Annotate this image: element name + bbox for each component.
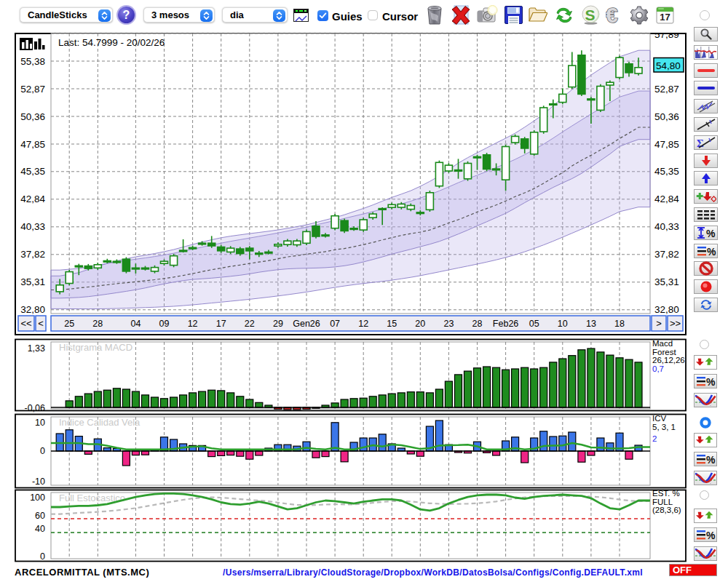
svg-text:%: %	[707, 246, 716, 258]
svg-text:FULL: FULL	[652, 498, 673, 506]
svg-text:12: 12	[358, 319, 368, 329]
svg-text:37,82: 37,82	[20, 249, 45, 260]
svg-text:55,38: 55,38	[20, 56, 45, 67]
svg-text:<<: <<	[20, 318, 31, 329]
svg-text:EST. %: EST. %	[652, 489, 680, 498]
svg-text:€: €	[606, 4, 618, 26]
svg-text:40,33: 40,33	[20, 221, 45, 232]
svg-text:28: 28	[472, 319, 483, 329]
svg-text:42,84: 42,84	[20, 194, 45, 204]
svg-text:12: 12	[188, 319, 198, 329]
svg-text:07: 07	[330, 319, 340, 329]
svg-text:05: 05	[529, 319, 539, 329]
svg-text:52,87: 52,87	[654, 84, 679, 95]
svg-text:37,82: 37,82	[654, 249, 679, 260]
svg-text:20: 20	[415, 319, 425, 329]
svg-text:35,31: 35,31	[20, 276, 45, 287]
svg-text:5, 3, 1: 5, 3, 1	[652, 423, 676, 431]
svg-text:09: 09	[159, 319, 170, 329]
svg-text:Indice Calidad Vela: Indice Calidad Vela	[59, 417, 141, 428]
svg-text:15: 15	[387, 319, 397, 329]
svg-text:>: >	[656, 318, 662, 329]
svg-text:13: 13	[586, 319, 596, 329]
svg-text:%: %	[706, 376, 716, 388]
svg-text:%: %	[706, 530, 716, 541]
svg-text:35,31: 35,31	[654, 276, 679, 287]
svg-text:Macd: Macd	[652, 339, 673, 348]
svg-text:100: 100	[30, 493, 45, 503]
svg-text:23: 23	[443, 319, 454, 329]
svg-text:0,7: 0,7	[652, 364, 664, 373]
svg-text:25: 25	[64, 319, 74, 329]
svg-text:%: %	[706, 228, 716, 239]
svg-text:10: 10	[558, 319, 568, 329]
svg-text:-10: -10	[32, 477, 45, 487]
svg-text:17: 17	[216, 319, 226, 329]
svg-text:47,85: 47,85	[654, 139, 679, 150]
svg-text:47,85: 47,85	[20, 139, 45, 150]
svg-text:>>: >>	[670, 318, 681, 329]
svg-text:Feb26: Feb26	[493, 319, 518, 329]
svg-text:17: 17	[660, 12, 670, 23]
svg-text:52,87: 52,87	[20, 84, 45, 95]
svg-text:0: 0	[40, 446, 45, 456]
svg-text:%: %	[706, 454, 716, 466]
svg-text:40: 40	[35, 524, 45, 534]
svg-text:<: <	[38, 318, 44, 329]
svg-text:S: S	[585, 7, 596, 23]
svg-text:Forest: Forest	[652, 348, 676, 356]
svg-text:18: 18	[614, 319, 625, 329]
svg-text:45,35: 45,35	[20, 166, 45, 177]
svg-text:32,80: 32,80	[20, 304, 45, 315]
svg-text:40,33: 40,33	[654, 221, 679, 232]
svg-text:57,89: 57,89	[654, 29, 679, 40]
svg-text:-0,06: -0,06	[25, 403, 46, 413]
svg-text:Last: 54.7999 - 20/02/26: Last: 54.7999 - 20/02/26	[58, 37, 165, 48]
svg-text:22: 22	[245, 319, 255, 329]
svg-text:26,12,26: 26,12,26	[652, 356, 685, 364]
svg-text:04: 04	[130, 319, 141, 329]
svg-text:(28,3,6): (28,3,6)	[652, 506, 681, 514]
svg-text:54,80: 54,80	[656, 60, 681, 71]
svg-text:10: 10	[35, 418, 45, 428]
svg-text:28: 28	[92, 319, 103, 329]
svg-text:Histgrama MACD: Histgrama MACD	[59, 342, 132, 353]
svg-text:2: 2	[652, 434, 657, 443]
svg-text:50,36: 50,36	[20, 111, 45, 122]
svg-text:32,80: 32,80	[654, 304, 679, 315]
svg-text:50,36: 50,36	[654, 111, 679, 122]
svg-text:1,33: 1,33	[28, 343, 45, 354]
svg-text:ICV: ICV	[652, 414, 667, 423]
svg-text:29: 29	[273, 319, 283, 329]
svg-text:60: 60	[35, 511, 45, 521]
svg-text:Gen26: Gen26	[293, 319, 320, 329]
svg-text:0: 0	[40, 551, 45, 562]
svg-text:42,84: 42,84	[654, 194, 679, 204]
svg-text:45,35: 45,35	[654, 166, 679, 177]
